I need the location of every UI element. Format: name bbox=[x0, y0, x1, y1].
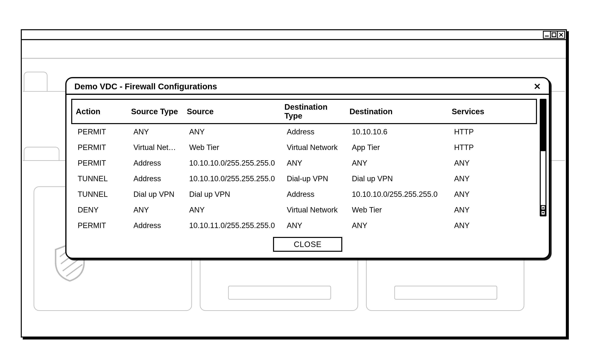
cell-source: ANY bbox=[183, 202, 281, 218]
cell-services: ANY bbox=[448, 155, 536, 171]
scroll-up-button[interactable] bbox=[541, 205, 545, 210]
cell-source: 10.10.11.0/255.255.255.0 bbox=[183, 218, 281, 233]
col-header-action[interactable]: Action bbox=[72, 99, 128, 124]
svg-rect-0 bbox=[545, 36, 549, 36]
cell-source-type: Address bbox=[127, 171, 183, 187]
background-subtab-placeholder bbox=[24, 147, 59, 161]
firewall-rules-table: Action Source Type Source Destination Ty… bbox=[71, 99, 537, 233]
cell-destination-type: Address bbox=[281, 187, 346, 202]
cell-services: HTTP bbox=[448, 140, 536, 155]
cell-action: PERMIT bbox=[72, 140, 128, 155]
cell-destination: Web Tier bbox=[346, 202, 448, 218]
dialog-body: Action Source Type Source Destination Ty… bbox=[67, 95, 549, 235]
cell-destination: Dial up VPN bbox=[346, 171, 448, 187]
dialog-title: Demo VDC - Firewall Configurations bbox=[74, 82, 217, 91]
minimize-button[interactable] bbox=[543, 31, 551, 39]
cell-source-type: Dial up VPN bbox=[127, 187, 183, 202]
col-header-destination[interactable]: Destination bbox=[346, 99, 448, 124]
background-toolbar-divider bbox=[22, 58, 566, 59]
scrollbar-thumb[interactable] bbox=[540, 100, 546, 151]
cell-destination-type: Address bbox=[281, 124, 346, 140]
cell-source-type: Virtual Network bbox=[127, 140, 183, 155]
table-row[interactable]: PERMITVirtual NetworkWeb TierVirtual Net… bbox=[72, 140, 536, 155]
svg-marker-8 bbox=[542, 207, 544, 208]
cell-source-type: Address bbox=[127, 155, 183, 171]
window-close-button[interactable] bbox=[557, 31, 565, 39]
cell-destination: ANY bbox=[346, 218, 448, 233]
cell-destination-type: ANY bbox=[281, 155, 346, 171]
col-header-source-type[interactable]: Source Type bbox=[127, 99, 183, 124]
cell-destination: ANY bbox=[346, 155, 448, 171]
col-header-source[interactable]: Source bbox=[183, 99, 281, 124]
cell-destination: App Tier bbox=[346, 140, 448, 155]
cell-destination-type: Dial-up VPN bbox=[281, 171, 346, 187]
cell-action: PERMIT bbox=[72, 218, 128, 233]
cell-services: HTTP bbox=[448, 124, 536, 140]
table-row[interactable]: PERMITANYANYAddress10.10.10.6HTTP bbox=[72, 124, 536, 140]
svg-marker-9 bbox=[542, 212, 544, 214]
maximize-button[interactable] bbox=[550, 31, 558, 39]
table-header-row: Action Source Type Source Destination Ty… bbox=[72, 99, 536, 124]
cell-destination-type: Virtual Network bbox=[281, 140, 346, 155]
cell-action: PERMIT bbox=[72, 155, 128, 171]
table-row[interactable]: PERMITAddress10.10.10.0/255.255.255.0ANY… bbox=[72, 155, 536, 171]
cell-source: Dial up VPN bbox=[183, 187, 281, 202]
cell-services: ANY bbox=[448, 218, 536, 233]
background-tab-placeholder bbox=[24, 72, 47, 91]
table-row[interactable]: PERMITAddress10.10.11.0/255.255.255.0ANY… bbox=[72, 218, 536, 233]
svg-rect-1 bbox=[552, 33, 556, 37]
close-button[interactable]: CLOSE bbox=[273, 237, 342, 252]
cell-action: DENY bbox=[72, 202, 128, 218]
table-row[interactable]: DENYANYANYVirtual NetworkWeb TierANY bbox=[72, 202, 536, 218]
cell-destination: 10.10.10.0/255.255.255.0 bbox=[346, 187, 448, 202]
svg-line-6 bbox=[63, 258, 81, 271]
firewall-table-wrap: Action Source Type Source Destination Ty… bbox=[71, 99, 539, 235]
background-input-placeholder bbox=[228, 286, 331, 299]
cell-source: 10.10.10.0/255.255.255.0 bbox=[183, 171, 281, 187]
firewall-config-dialog: Demo VDC - Firewall Configurations ✕ Act… bbox=[65, 77, 550, 259]
cell-source-type: ANY bbox=[127, 202, 183, 218]
scroll-down-button[interactable] bbox=[541, 210, 545, 215]
cell-action: PERMIT bbox=[72, 124, 128, 140]
dialog-footer: CLOSE bbox=[67, 235, 549, 258]
table-row[interactable]: TUNNELDial up VPNDial up VPNAddress10.10… bbox=[72, 187, 536, 202]
cell-destination-type: ANY bbox=[281, 218, 346, 233]
dialog-header: Demo VDC - Firewall Configurations ✕ bbox=[67, 78, 549, 95]
cell-source: ANY bbox=[183, 124, 281, 140]
cell-source: Web Tier bbox=[183, 140, 281, 155]
col-header-destination-type[interactable]: Destination Type bbox=[281, 99, 346, 124]
table-row[interactable]: TUNNELAddress10.10.10.0/255.255.255.0Dia… bbox=[72, 171, 536, 187]
cell-source-type: ANY bbox=[127, 124, 183, 140]
vertical-scrollbar[interactable] bbox=[540, 99, 546, 216]
parent-window-titlebar bbox=[22, 30, 566, 40]
cell-source: 10.10.10.0/255.255.255.0 bbox=[183, 155, 281, 171]
cell-action: TUNNEL bbox=[72, 187, 128, 202]
cell-services: ANY bbox=[448, 171, 536, 187]
background-input-placeholder bbox=[394, 286, 497, 299]
cell-destination-type: Virtual Network bbox=[281, 202, 346, 218]
cell-source-type: Address bbox=[127, 218, 183, 233]
cell-services: ANY bbox=[448, 187, 536, 202]
cell-services: ANY bbox=[448, 202, 536, 218]
dialog-close-icon[interactable]: ✕ bbox=[534, 82, 541, 91]
cell-action: TUNNEL bbox=[72, 171, 128, 187]
col-header-services[interactable]: Services bbox=[448, 99, 536, 124]
cell-destination: 10.10.10.6 bbox=[346, 124, 448, 140]
